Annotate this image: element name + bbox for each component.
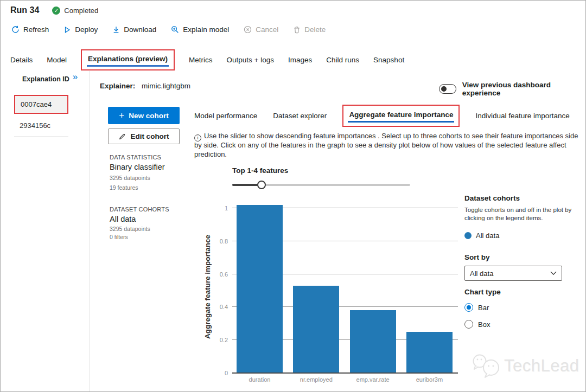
bar-nr.employed[interactable] [293,286,339,373]
cancel-label: Cancel [256,25,278,34]
techlead-watermark: TechLead [470,353,579,379]
bar-emp.var.rate[interactable] [350,310,396,373]
tab-child-runs[interactable]: Child runs [326,52,359,68]
subtab-dataset-explorer[interactable]: Dataset explorer [273,112,327,120]
delete-button: Delete [293,25,326,34]
edit-cohort-label: Edit cohort [130,132,169,140]
new-cohort-label: New cohort [129,112,169,120]
cancel-icon [244,25,252,34]
y-tick-label: 0.6 [220,271,228,278]
sort-by-label: Sort by [464,253,579,261]
watermark-text: TechLead [504,356,579,376]
annotation-box-explanations-tab: Explanations (preview) [81,49,175,70]
x-tick-label: emp.var.rate [356,376,390,383]
info-banner: iUse the slider to show descending featu… [194,131,581,159]
app-window: Run 34 ✓ Completed Refresh Deploy Downlo… [0,0,586,392]
status-label: Completed [64,7,98,15]
refresh-label: Refresh [23,25,49,34]
tab-snapshot[interactable]: Snapshot [373,52,404,68]
dataset-cohorts-title: Dataset cohorts [464,194,579,202]
run-header: Run 34 ✓ Completed [10,5,98,15]
sidebar-hairline [14,136,68,137]
y-tick-label: 0.8 [220,238,228,245]
tab-explanations-preview[interactable]: Explanations (preview) [88,55,168,63]
completed-check-icon: ✓ [52,7,60,15]
datapoints-count: 3295 datapoints [110,175,169,181]
classifier-type: Binary classifier [110,163,169,171]
tab-outputs-logs[interactable]: Outputs + logs [227,52,274,68]
explain-model-icon [171,25,179,34]
data-statistics-panel: DATA STATISTICS Binary classifier 3295 d… [110,154,169,240]
status-badge: ✓ Completed [52,7,98,15]
radio-box-icon [464,320,473,329]
dashboard-toggle-row: View previous dashboard experience [439,81,585,97]
sort-by-dropdown[interactable]: All data [464,266,562,281]
explainer-value: mimic.lightgbm [142,82,190,90]
cohort-filters: 0 filters [110,234,169,240]
legend-label: All data [476,232,499,240]
tab-metrics[interactable]: Metrics [189,52,213,68]
new-cohort-button[interactable]: + New cohort [108,107,180,124]
explain-model-label: Explain model [183,25,229,34]
data-statistics-heading: DATA STATISTICS [110,154,169,160]
chat-bubbles-icon [470,353,502,379]
pencil-icon [118,133,126,140]
delete-icon [293,26,301,34]
radio-bar-icon [464,303,473,312]
deploy-button[interactable]: Deploy [63,25,98,34]
edit-cohort-button[interactable]: Edit cohort [108,128,180,144]
dashboard-subtabs: Model performance Dataset explorer Aggre… [194,105,570,127]
tab-model[interactable]: Model [47,52,67,68]
chart-type-bar-option[interactable]: Bar [464,303,579,312]
subtab-model-performance[interactable]: Model performance [194,112,257,120]
chart-type-box-option[interactable]: Box [464,320,579,329]
subtab-aggregate-feature-importance[interactable]: Aggregate feature importance [349,111,453,119]
refresh-icon [11,25,20,34]
tab-bar: Details Model Explanations (preview) Met… [10,49,404,70]
bar-duration[interactable] [237,205,283,373]
dataset-cohorts-description: Toggle cohorts on and off in the plot by… [464,206,579,222]
sort-by-value: All data [470,269,493,278]
download-button[interactable]: Download [112,25,156,34]
legend-dot [464,232,472,239]
bar-chart-plot: 00.20.40.60.81durationnr.employedemp.var… [232,200,458,373]
y-tick-label: 0.2 [220,337,228,343]
bar-euribor3m[interactable] [406,332,453,373]
tab-details[interactable]: Details [10,52,33,68]
cancel-button: Cancel [244,25,278,34]
deploy-label: Deploy [75,25,98,34]
explanation-id-item-selected[interactable]: 0007cae4 [14,95,68,114]
active-subtab-underline [348,121,454,123]
active-tab-underline [87,65,169,67]
explainer-label: Explainer: [100,82,135,90]
deploy-icon [63,26,71,34]
plus-icon: + [119,110,124,121]
legend-item-all-data[interactable]: All data [464,232,579,240]
download-icon [112,26,120,34]
y-tick-label: 0 [225,370,228,376]
slider-thumb[interactable] [257,181,266,189]
feature-count-slider[interactable] [232,181,410,189]
subtab-individual-feature-importance[interactable]: Individual feature importance [475,112,569,120]
info-icon: i [194,134,201,142]
annotation-box-aggregate-subtab: Aggregate feature importance [342,105,460,127]
sidebar-divider [89,71,90,391]
cohort-datapoints: 3295 datapoints [110,226,169,232]
explanation-sidebar: Explanation ID » 0007cae4 2934156c [1,75,89,137]
explainer-row: Explainer: mimic.lightgbm [100,82,190,90]
tab-images[interactable]: Images [288,52,312,68]
explanation-id-item[interactable]: 2934156c [20,121,89,130]
y-axis-title: Aggregate feature importance [203,235,212,339]
page-title: Run 34 [10,5,39,15]
x-tick-label: euribor3m [416,376,443,383]
x-tick-label: nr.employed [300,376,333,383]
double-chevron-right-icon[interactable]: » [73,74,78,80]
previous-dashboard-toggle[interactable] [439,84,456,94]
explain-model-button[interactable]: Explain model [171,25,229,34]
sidebar-title: Explanation ID [22,75,69,83]
radio-box-label: Box [478,320,490,329]
y-tick-label: 0.4 [220,304,228,310]
feature-slider-label: Top 1-4 features [232,166,288,175]
chart-type-label: Chart type [464,288,579,296]
refresh-button[interactable]: Refresh [11,25,49,34]
